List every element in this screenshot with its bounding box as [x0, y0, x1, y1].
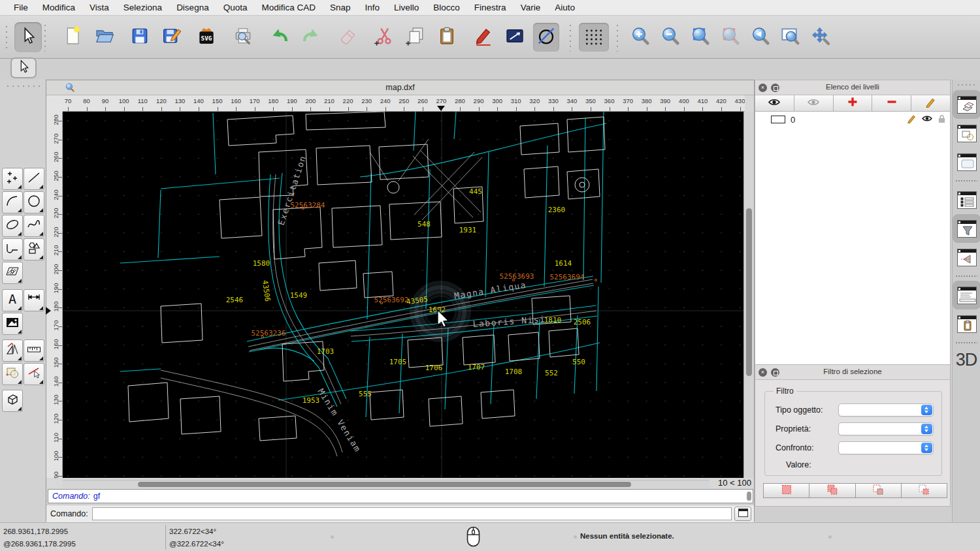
zoom-selection-button[interactable]: [717, 23, 743, 52]
circle-tool-button[interactable]: [533, 23, 559, 52]
tool-text-button[interactable]: A: [2, 289, 23, 311]
zoom-window-button[interactable]: [777, 23, 804, 52]
3d-strip-label[interactable]: 3D: [953, 350, 980, 370]
comparison-select[interactable]: [838, 441, 934, 454]
tool-measure-button[interactable]: [24, 339, 44, 362]
undo-button[interactable]: [267, 23, 293, 52]
save-as-button[interactable]: [158, 23, 184, 52]
selection-filter-panel-toggle[interactable]: [953, 214, 980, 243]
zoom-out-button[interactable]: [657, 23, 683, 52]
add-layer-button[interactable]: [834, 95, 873, 111]
property-select[interactable]: [838, 422, 934, 435]
library-browser-panel-toggle[interactable]: [953, 148, 980, 176]
tool-polyline-button[interactable]: [2, 238, 23, 260]
open-file-button[interactable]: [91, 23, 118, 52]
command-line-panel-toggle[interactable]: [953, 281, 980, 309]
menu-item-finestra[interactable]: Finestra: [467, 3, 514, 12]
copy-button[interactable]: [402, 23, 429, 52]
svg-export-button[interactable]: SVG: [193, 23, 220, 52]
vertical-scrollbar-thumb[interactable]: [746, 208, 752, 376]
document-titlebar[interactable]: map.dxf: [46, 80, 754, 95]
zoom-previous-button[interactable]: [747, 23, 774, 52]
tool-box-3d-button[interactable]: [2, 390, 23, 412]
horizontal-scrollbar[interactable]: [63, 480, 710, 488]
tool-points-button[interactable]: [2, 168, 23, 190]
redo-icon: [301, 25, 321, 49]
tool-hatch-button[interactable]: [2, 262, 23, 284]
ruler-tick: [684, 107, 685, 111]
show-all-layers-button[interactable]: [755, 95, 794, 111]
filter-select-add-button[interactable]: [809, 483, 855, 498]
menu-item-livello[interactable]: Livello: [387, 3, 426, 12]
menu-item-quota[interactable]: Quota: [216, 3, 255, 12]
menu-item-info[interactable]: Info: [358, 3, 387, 12]
block-list-panel-toggle[interactable]: [953, 119, 980, 148]
render-view-panel-toggle[interactable]: [953, 243, 980, 272]
menu-item-modifica[interactable]: Modifica: [35, 3, 82, 12]
draw-pencil-button[interactable]: [470, 23, 497, 52]
tool-dimension-button[interactable]: [24, 289, 44, 311]
document-title: map.dxf: [46, 83, 754, 92]
menu-item-vista[interactable]: Vista: [82, 3, 116, 12]
tool-line-button[interactable]: [24, 168, 44, 190]
object-type-select[interactable]: [838, 403, 934, 417]
tool-arc-button[interactable]: [2, 191, 23, 213]
layer-row[interactable]: 0: [755, 112, 950, 127]
line-tool-button[interactable]: [502, 23, 528, 52]
command-input[interactable]: [92, 507, 732, 520]
tool-shape-button[interactable]: [24, 238, 44, 260]
eye-icon[interactable]: [917, 114, 933, 125]
ruler-number: 230: [52, 206, 59, 221]
ruler-tick: [534, 107, 535, 111]
command-window-toggle-button[interactable]: [734, 507, 751, 521]
tool-image-button[interactable]: [2, 313, 23, 335]
tool-spline-button[interactable]: [24, 215, 44, 237]
hide-all-layers-button[interactable]: [794, 95, 834, 111]
selection-arrow-icon: [19, 27, 37, 48]
menu-item-seleziona[interactable]: Seleziona: [116, 3, 169, 12]
menu-item-disegna[interactable]: Disegna: [169, 3, 216, 12]
eraser-button[interactable]: [335, 23, 361, 52]
vertical-scrollbar[interactable]: [743, 112, 754, 478]
menu-item-file[interactable]: File: [7, 3, 35, 12]
lock-icon[interactable]: [933, 114, 946, 125]
print-preview-button[interactable]: [230, 23, 256, 52]
zoom-auto-button[interactable]: [687, 23, 713, 52]
tool-ellipse-button[interactable]: [2, 215, 23, 237]
menu-item-varie[interactable]: Varie: [514, 3, 548, 12]
tool-drafting-button[interactable]: [2, 339, 23, 362]
filter-select-replace-button[interactable]: [763, 483, 809, 498]
layer-list-panel-toggle[interactable]: [953, 90, 980, 119]
menu-item-snap[interactable]: Snap: [323, 3, 358, 12]
ruler-number: 90: [95, 97, 115, 104]
zoom-in-button[interactable]: [627, 23, 653, 52]
selection-tool-button[interactable]: [14, 22, 42, 52]
property-editor-panel-toggle[interactable]: [953, 185, 980, 214]
menu-item-modifica-cad[interactable]: Modifica CAD: [254, 3, 323, 12]
redo-button[interactable]: [298, 23, 324, 52]
pan-button[interactable]: [808, 23, 834, 52]
edit-layer-button[interactable]: [911, 95, 950, 111]
selection-arrow-small-button[interactable]: [10, 57, 37, 78]
grid-toggle-button[interactable]: [579, 23, 609, 52]
menu-item-blocco[interactable]: Blocco: [426, 3, 467, 12]
tool-modify-button[interactable]: [2, 363, 23, 385]
horizontal-scrollbar-thumb[interactable]: [138, 482, 631, 487]
tool-trim-button[interactable]: [24, 363, 44, 385]
save-button[interactable]: [127, 23, 153, 52]
filter-select-remove-button[interactable]: [901, 483, 947, 498]
tool-circle-button[interactable]: [24, 191, 44, 213]
history-scrollbar-thumb[interactable]: [747, 492, 751, 501]
pencil-icon[interactable]: [902, 114, 917, 125]
filter-select-intersect-button[interactable]: [855, 483, 901, 498]
layer-color-swatch: [771, 116, 785, 123]
remove-layer-button[interactable]: [872, 95, 911, 111]
clipboard-panel-toggle[interactable]: [953, 309, 980, 338]
menu-item-aiuto[interactable]: Aiuto: [547, 3, 582, 12]
paste-button[interactable]: [434, 23, 460, 52]
parcel-label: 1549: [290, 291, 308, 300]
cut-button[interactable]: [371, 23, 397, 52]
drawing-canvas[interactable]: 5256328444523605481931161415805256369352…: [63, 112, 745, 478]
ruler-tick: [553, 107, 554, 111]
new-document-button[interactable]: [60, 23, 86, 52]
